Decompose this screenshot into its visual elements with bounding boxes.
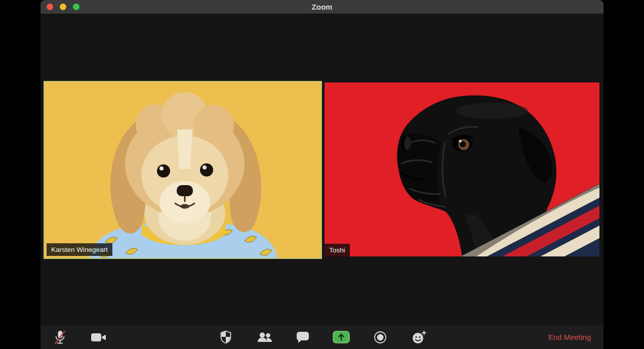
share-screen-button[interactable] (330, 325, 352, 349)
minimize-button[interactable] (60, 4, 66, 10)
participants-button[interactable] (254, 325, 276, 349)
participant-name-label: Toshi (325, 244, 350, 256)
mic-muted-icon (53, 329, 67, 345)
reactions-icon (412, 330, 426, 344)
toshi-video-feed (325, 82, 599, 256)
security-shield-icon (220, 330, 232, 344)
zoom-window: Zoom (41, 0, 603, 349)
participant-name-label: Karsten Winegeart (47, 243, 112, 256)
meeting-toolbar: End Meeting (41, 325, 603, 349)
video-tile-karsten[interactable]: Karsten Winegeart (44, 81, 322, 259)
participants-icon (257, 332, 273, 343)
record-icon (374, 331, 387, 344)
video-tile-toshi[interactable]: Toshi (325, 82, 599, 256)
video-button[interactable] (88, 325, 110, 349)
chat-icon (296, 331, 309, 343)
chat-button[interactable] (292, 325, 314, 349)
traffic-lights (47, 0, 79, 14)
share-screen-icon (333, 331, 350, 343)
reactions-button[interactable] (408, 325, 430, 349)
window-title: Zoom (41, 3, 603, 11)
fullscreen-button[interactable] (73, 4, 79, 10)
close-button[interactable] (47, 4, 53, 10)
karsten-video-feed (45, 82, 321, 258)
video-camera-icon (91, 332, 106, 342)
security-button[interactable] (215, 325, 237, 349)
record-button[interactable] (369, 325, 391, 349)
mute-button[interactable] (49, 325, 71, 349)
end-meeting-button[interactable]: End Meeting (548, 325, 591, 349)
titlebar: Zoom (41, 0, 603, 14)
